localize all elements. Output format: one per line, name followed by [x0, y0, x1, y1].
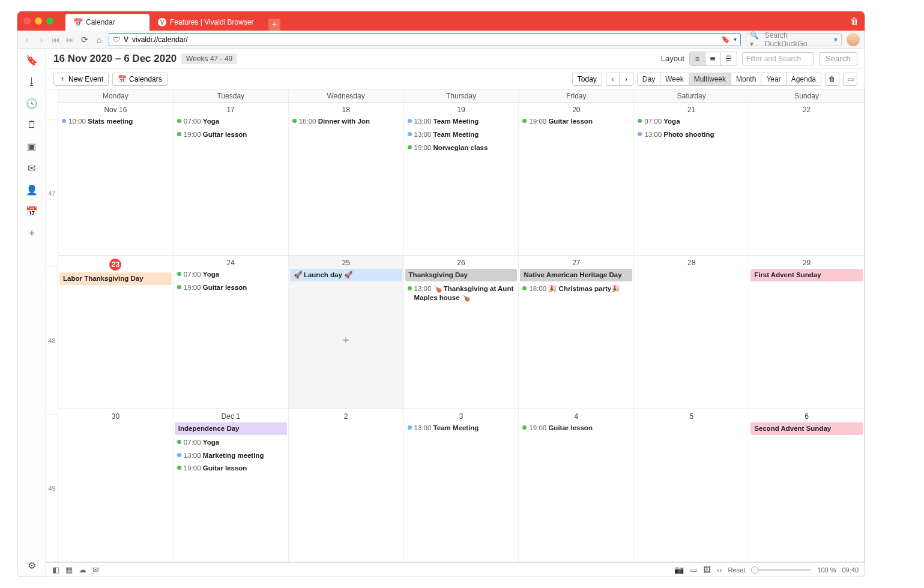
calendar-event[interactable]: 10:00 Stats meeting	[59, 116, 172, 127]
tab-features[interactable]: V Features | Vivaldi Browser	[149, 14, 262, 31]
panel-toggle-icon[interactable]: ◧	[52, 565, 59, 574]
add-panel-icon[interactable]: ＋	[26, 227, 37, 238]
calendar-event[interactable]: 07:00 Yoga	[175, 116, 287, 127]
calendar-panel-icon[interactable]: 📅	[26, 206, 37, 217]
zoom-slider[interactable]	[751, 569, 811, 571]
day-cell[interactable]: 2407:00 Yoga19:00 Guitar lesson	[174, 256, 289, 408]
calendar-event[interactable]: 18:00 Dinner with Jon	[290, 116, 402, 127]
day-cell[interactable]: 6Second Advent Sunday	[749, 409, 865, 562]
delete-icon[interactable]: 🗑	[825, 73, 839, 86]
calendar-event[interactable]: 07:00 Yoga	[175, 437, 287, 448]
close-window-icon[interactable]	[23, 17, 31, 25]
minimize-window-icon[interactable]	[35, 17, 42, 25]
view-month[interactable]: Month	[731, 73, 761, 85]
day-cell[interactable]: 1707:00 Yoga19:00 Guitar lesson	[174, 103, 289, 255]
view-day[interactable]: Day	[638, 73, 660, 85]
zoom-reset[interactable]: Reset	[728, 566, 746, 574]
calendar-event[interactable]: 19:00 Norwegian class	[405, 142, 518, 154]
images-toggle-icon[interactable]: 🖼	[703, 565, 711, 574]
window-panel-icon[interactable]: ▣	[26, 141, 37, 152]
view-year[interactable]: Year	[761, 73, 786, 85]
calendar-event[interactable]: 19:00 Guitar lesson	[175, 129, 287, 140]
day-cell[interactable]: Dec 1Independence Day07:00 Yoga13:00 Mar…	[174, 409, 289, 562]
calendar-event[interactable]: 19:00 Guitar lesson	[175, 463, 287, 474]
today-button[interactable]: Today	[572, 73, 602, 86]
filter-search-input[interactable]: Filter and Search	[742, 52, 814, 65]
calendar-event[interactable]: 13:00 Team Meeting	[405, 129, 518, 140]
history-icon[interactable]: 🕓	[26, 98, 37, 109]
calendar-event[interactable]: 18:00 🎉 Christmas party🎉	[520, 283, 632, 295]
calendar-event[interactable]: 13:00 Marketing meeting	[175, 450, 287, 461]
calendar-event[interactable]: Second Advent Sunday	[750, 422, 863, 435]
tab-calendar[interactable]: 📅 Calendar	[65, 14, 149, 31]
layout-dense-icon[interactable]: ≡	[690, 52, 705, 65]
closed-tabs-trash-icon[interactable]: 🗑	[850, 16, 859, 26]
calendar-event[interactable]: 19:00 Guitar lesson	[520, 422, 632, 434]
notes-icon[interactable]: 🗒	[26, 119, 37, 130]
break-mode-icon[interactable]: ▭	[690, 565, 697, 574]
day-cell[interactable]: 2019:00 Guitar lesson	[519, 103, 634, 255]
calendar-event[interactable]: Independence Day	[175, 422, 287, 435]
day-cell[interactable]: 5	[634, 409, 749, 562]
page-actions-icon[interactable]: ‹›	[717, 565, 722, 574]
calendar-event[interactable]: First Advent Sunday	[750, 269, 863, 281]
day-cell[interactable]: 1913:00 Team Meeting13:00 Team Meeting19…	[404, 103, 519, 255]
bookmark-icon[interactable]: 🔖	[26, 55, 37, 65]
new-tab-button[interactable]: ＋	[268, 19, 280, 31]
day-cell[interactable]: 419:00 Guitar lesson	[519, 409, 634, 562]
layout-detailed-icon[interactable]: ☰	[721, 52, 737, 65]
search-button[interactable]: Search	[819, 52, 857, 65]
calendar-event[interactable]: 13:00 Team Meeting	[405, 422, 518, 434]
fast-forward-icon[interactable]: ⏭	[65, 35, 75, 44]
calendar-event[interactable]: Native American Heritage Day	[520, 269, 632, 281]
profile-avatar[interactable]	[847, 33, 860, 46]
view-week[interactable]: Week	[660, 73, 689, 85]
reload-icon[interactable]: ⟳	[80, 35, 89, 44]
day-cell[interactable]: 22	[749, 103, 865, 255]
calendar-event[interactable]: Labor Thanksgiving Day	[59, 272, 172, 285]
day-cell[interactable]: 25🚀 Launch day 🚀＋	[289, 256, 404, 408]
prev-period-icon[interactable]: ‹	[606, 73, 620, 85]
search-field[interactable]: 🔍▾ Search DuckDuckGo ▾	[746, 33, 842, 46]
home-icon[interactable]: ⌂	[94, 35, 104, 44]
maximize-window-icon[interactable]	[46, 17, 53, 25]
address-bar[interactable]: 🛡 V 🔖 ▾	[109, 33, 741, 46]
calendar-event[interactable]: Thanksgiving Day	[405, 269, 518, 281]
day-cell[interactable]: 30	[58, 409, 174, 562]
rewind-icon[interactable]: ⏮	[51, 35, 61, 44]
view-multiweek[interactable]: Multiweek	[689, 73, 731, 85]
day-cell[interactable]: 27Native American Heritage Day18:00 🎉 Ch…	[519, 256, 634, 408]
calendar-event[interactable]: 13:00 Team Meeting	[405, 116, 518, 127]
search-dropdown-icon[interactable]: ▾	[834, 35, 838, 44]
mail-status-icon[interactable]: ✉	[92, 565, 99, 574]
toggle-sidebar-icon[interactable]: ▭	[843, 73, 857, 86]
new-event-button[interactable]: ＋New Event	[53, 73, 109, 86]
day-cell[interactable]: 23Labor Thanksgiving Day	[58, 256, 174, 408]
day-cell[interactable]: 1818:00 Dinner with Jon	[289, 103, 404, 255]
day-cell[interactable]: 28	[634, 256, 749, 408]
day-cell[interactable]: 2107:00 Yoga13:00 Photo shooting	[634, 103, 749, 255]
calendars-button[interactable]: 📅Calendars	[112, 73, 168, 86]
nav-back-icon[interactable]: ‹	[22, 35, 32, 44]
day-cell[interactable]: Nov 1610:00 Stats meeting	[58, 103, 174, 255]
layout-medium-icon[interactable]: ≣	[705, 52, 721, 65]
next-period-icon[interactable]: ›	[620, 73, 633, 85]
contacts-icon[interactable]: 👤	[26, 184, 37, 195]
capture-icon[interactable]: 📷	[674, 565, 684, 574]
address-input[interactable]	[132, 35, 717, 44]
settings-gear-icon[interactable]: ⚙	[26, 560, 37, 571]
address-dropdown-icon[interactable]: ▾	[734, 36, 737, 43]
day-cell[interactable]: 2	[289, 409, 404, 562]
tiling-icon[interactable]: ▦	[65, 565, 73, 574]
calendar-event[interactable]: 13:00 🍗 Thanksgiving at Aunt Maples hous…	[405, 283, 518, 304]
calendar-event[interactable]: 19:00 Guitar lesson	[175, 282, 287, 293]
sync-cloud-icon[interactable]: ☁	[79, 565, 86, 574]
calendar-event[interactable]: 07:00 Yoga	[635, 116, 747, 127]
add-event-plus-icon[interactable]: ＋	[340, 332, 351, 347]
calendar-event[interactable]: 07:00 Yoga	[175, 269, 287, 280]
calendar-event[interactable]: 19:00 Guitar lesson	[520, 116, 632, 127]
nav-forward-icon[interactable]: ›	[37, 35, 46, 44]
shield-icon[interactable]: 🛡	[113, 35, 120, 44]
download-icon[interactable]: ⭳	[26, 76, 37, 87]
bookmark-page-icon[interactable]: 🔖	[721, 35, 730, 44]
